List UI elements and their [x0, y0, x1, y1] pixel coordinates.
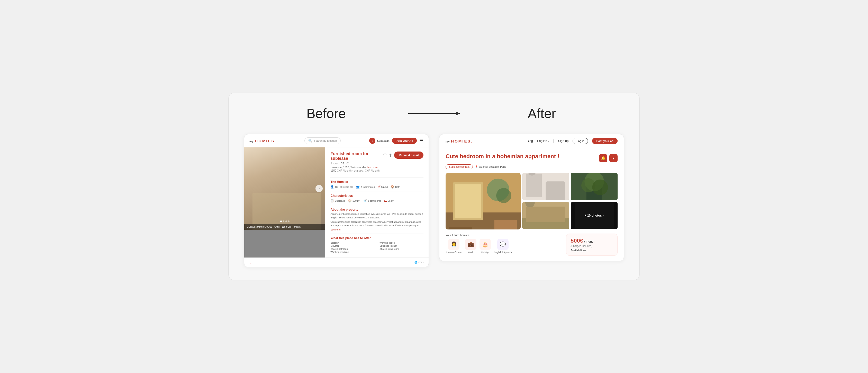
- mixed-info: ⚥ Mixed: [378, 185, 388, 189]
- user-chip: S Sebastian: [369, 138, 390, 144]
- homies-info-row: 👤 18 - 30 years old 👥 2 roommates ⚥ Mixe…: [330, 185, 424, 189]
- after-logo-my: my: [445, 140, 450, 143]
- dot-4[interactable]: [288, 221, 289, 222]
- comparison-container: Before After my HOMIES. 🔍 Search by loca…: [228, 93, 640, 280]
- svg-point-5: [496, 188, 511, 203]
- chevron-down-icon[interactable]: ⌄: [249, 260, 252, 264]
- offer-bathroom: Shared bathroom: [330, 248, 374, 250]
- sublease-tag[interactable]: Sublease contract: [445, 164, 473, 169]
- dot-2[interactable]: [283, 221, 284, 222]
- before-search-bar[interactable]: 🔍 Search by location: [304, 137, 341, 144]
- bedroom-scene: [244, 147, 325, 230]
- login-button[interactable]: Log in: [572, 138, 588, 144]
- age-icon-wrap: 🎂: [479, 239, 491, 250]
- photo-next-button[interactable]: ›: [315, 185, 323, 192]
- hamburger-icon[interactable]: ☰: [420, 138, 424, 144]
- share-icon[interactable]: ⬆: [389, 153, 392, 158]
- nav-divider: |: [553, 139, 554, 143]
- before-label: Before: [244, 106, 408, 121]
- photo-dots: [280, 221, 289, 222]
- signup-link[interactable]: Sign up: [558, 139, 569, 143]
- after-panel: my HOMIES. Blog English ▾ | Sign up Log …: [439, 134, 624, 261]
- living-text: Shared living room: [379, 248, 399, 250]
- post-ad-after-button[interactable]: Post your ad: [592, 138, 618, 144]
- characteristics-title: Characteristics: [330, 194, 424, 198]
- search-icon: 🔍: [308, 139, 312, 143]
- after-navbar: my HOMIES. Blog English ▾ | Sign up Log …: [439, 134, 624, 148]
- both-icon: 🏠: [391, 185, 394, 189]
- area-icon: 🏠: [348, 199, 352, 202]
- mixed-icon: ⚥: [378, 185, 380, 189]
- svg-rect-10: [546, 181, 565, 200]
- offer-elevator: Elevator: [330, 245, 374, 247]
- logo-homies: HOMIES: [255, 139, 275, 143]
- area-text: 130 m²: [352, 199, 360, 202]
- about-title: About the property: [330, 208, 424, 211]
- main-photo[interactable]: [445, 173, 521, 229]
- svg-rect-7: [494, 220, 517, 229]
- homies-label: Your future homies: [445, 234, 562, 237]
- dot-1[interactable]: [280, 221, 282, 222]
- work-text: Work: [468, 251, 474, 254]
- comparison-header: Before After: [244, 106, 624, 121]
- photo-thumb-more[interactable]: + 10 photos ›: [571, 202, 618, 229]
- characteristics-row: 📋 Sublease 🏠 130 m² 🚿 2 bathrooms �: [330, 199, 424, 202]
- language-dropdown[interactable]: English ▾: [537, 139, 549, 143]
- about-text-2: Vous cherchez une colocation conviviale …: [330, 221, 424, 227]
- photo-thumb-plant[interactable]: [571, 173, 618, 200]
- before-footer: ⌄ 🌐 EN ›: [244, 258, 429, 267]
- logo-my: my: [249, 140, 254, 143]
- lang-text: EN: [418, 261, 422, 264]
- room-icon: 🛏: [384, 199, 387, 202]
- dot-3[interactable]: [285, 221, 287, 222]
- working-text: Working space: [379, 241, 395, 244]
- offers-title: What this place has to offer: [330, 236, 424, 240]
- lang-icon: 💬: [500, 241, 506, 248]
- gender-icon: 👩‍💼: [451, 241, 457, 248]
- before-nav-right: S Sebastian Post your Ad ☰: [369, 138, 424, 144]
- see-more-about[interactable]: See More: [330, 228, 424, 231]
- listing-title: Furnished room for sublease: [330, 151, 383, 161]
- see-more-link[interactable]: See more: [367, 166, 378, 169]
- more-photos-overlay[interactable]: + 10 photos ›: [571, 202, 618, 229]
- more-photos-text: + 10 photos ›: [585, 214, 604, 218]
- footer-chevron-icon[interactable]: ›: [423, 261, 424, 264]
- svg-rect-3: [455, 184, 481, 218]
- homies-section-title: The Homies: [330, 180, 424, 184]
- photo-thumb-living[interactable]: [522, 202, 569, 229]
- lang-spoken-text: English / Spanish: [494, 251, 512, 254]
- balcony-text: Balcony: [330, 241, 339, 244]
- after-logo-homies: HOMIES: [451, 139, 471, 143]
- favorite-icon[interactable]: ♡: [383, 153, 387, 158]
- lang-icon-wrap: 💬: [497, 239, 508, 250]
- search-placeholder: Search by location: [314, 139, 337, 142]
- request-visit-button[interactable]: Request a visit: [394, 151, 424, 159]
- listing-details: Furnished room for sublease 1 room, 35 m…: [325, 147, 429, 258]
- bathroom-text: Shared bathroom: [330, 248, 348, 250]
- post-ad-button[interactable]: Post your Ad: [392, 138, 417, 144]
- roommates-text: 2 roommates: [361, 185, 375, 188]
- svg-rect-9: [526, 174, 542, 197]
- price-charges: (Charges included): [570, 245, 613, 248]
- photo-thumb-bathroom[interactable]: [522, 173, 569, 200]
- after-listing-title: Cute bedroom in a bohemian appartment !: [445, 153, 599, 160]
- roommates-info: 👥 2 roommates: [356, 185, 375, 189]
- photo-grid: + 10 photos ›: [445, 173, 618, 229]
- svg-rect-6: [450, 227, 472, 229]
- after-nav-right: Blog English ▾ | Sign up Log in Post you…: [527, 138, 618, 144]
- location-icon: 📍: [475, 165, 478, 168]
- work-icon-wrap: 💼: [465, 239, 476, 250]
- age-icon: 🎂: [482, 241, 489, 248]
- mixed-text: Mixed: [381, 185, 388, 188]
- price-period: / month: [584, 240, 594, 243]
- price-amount: 500€: [570, 237, 583, 244]
- gender-text: 2 women/1 man: [445, 251, 462, 254]
- after-title-icons: 🔔 ♥: [599, 154, 618, 162]
- svg-rect-19: [526, 206, 565, 222]
- heart-icon-btn[interactable]: ♥: [609, 154, 618, 162]
- bell-icon-btn[interactable]: 🔔: [599, 154, 607, 162]
- blog-link[interactable]: Blog: [527, 139, 533, 143]
- arrow-section: [408, 113, 460, 114]
- offer-washing: Washing machine: [330, 251, 374, 253]
- until-text: Until:: [274, 226, 280, 228]
